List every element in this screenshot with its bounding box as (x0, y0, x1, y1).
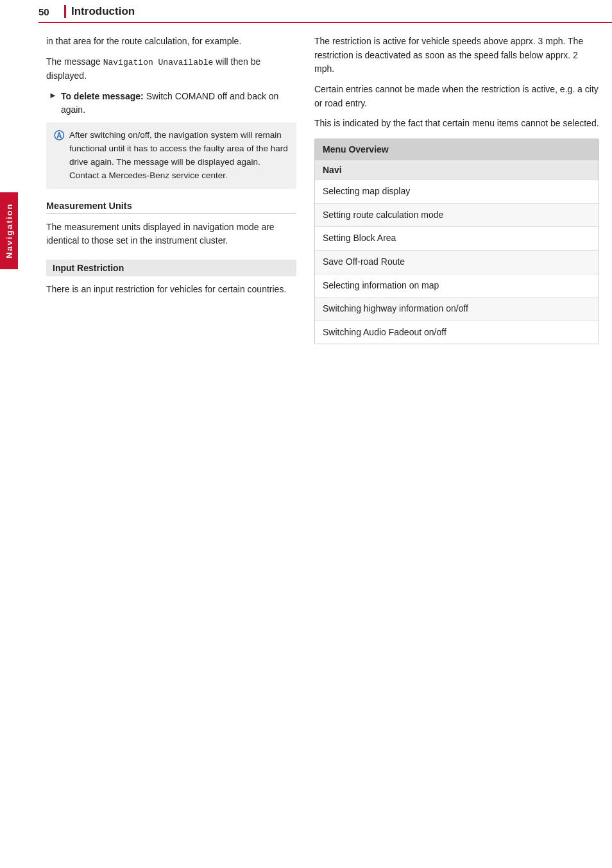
page-number: 50 (38, 6, 62, 17)
menu-item: Switching highway information on/off (315, 297, 599, 321)
restriction-text-2: Certain entries cannot be made when the … (314, 83, 599, 110)
header-bar: 50 Introduction (38, 0, 612, 23)
restriction-text-3: This is indicated by the fact that certa… (314, 117, 599, 131)
menu-item: Selecting information on map (315, 274, 599, 297)
right-column: The restriction is active for vehicle sp… (314, 35, 599, 344)
menu-item: Setting Block Area (315, 226, 599, 250)
intro-monospace: Navigation Unavailable (103, 58, 214, 67)
menu-navi-header: Navi (315, 160, 599, 179)
menu-item: Setting route calculation mode (315, 203, 599, 227)
menu-item: Save Off-road Route (315, 250, 599, 274)
bullet-label: To delete message: (61, 91, 144, 101)
side-nav-label: Navigation (0, 192, 18, 269)
input-restriction-text: There is an input restriction for vehicl… (46, 283, 296, 297)
menu-overview: Menu Overview Navi Selecting map display… (314, 138, 599, 344)
left-column: in that area for the route calculation, … (46, 35, 296, 344)
bullet-item-delete: ► To delete message: Switch COMAND off a… (46, 90, 296, 117)
intro-text-2: The message (46, 56, 103, 67)
bullet-text: To delete message: Switch COMAND off and… (61, 90, 296, 117)
intro-para-2: The message Navigation Unavailable will … (46, 55, 296, 83)
info-box-text: After switching on/off, the navigation s… (69, 129, 289, 183)
input-restriction-heading: Input Restriction (46, 260, 296, 276)
intro-para-1: in that area for the route calculation, … (46, 35, 296, 49)
restriction-text-1: The restriction is active for vehicle sp… (314, 35, 599, 76)
menu-item: Switching Audio Fadeout on/off (315, 321, 599, 344)
info-box: Ⓐ After switching on/off, the navigation… (46, 122, 296, 189)
header-title: Introduction (64, 5, 135, 18)
page-wrapper: 50 Introduction Navigation in that area … (0, 0, 612, 868)
measurement-units-heading: Measurement Units (46, 201, 296, 214)
menu-overview-header: Menu Overview (315, 139, 599, 160)
info-icon: Ⓐ (54, 129, 64, 143)
measurement-text: The measurement units displayed in navig… (46, 221, 296, 248)
bullet-arrow-icon: ► (49, 90, 57, 100)
menu-item: Selecting map display (315, 179, 599, 203)
content-area: in that area for the route calculation, … (38, 23, 612, 357)
